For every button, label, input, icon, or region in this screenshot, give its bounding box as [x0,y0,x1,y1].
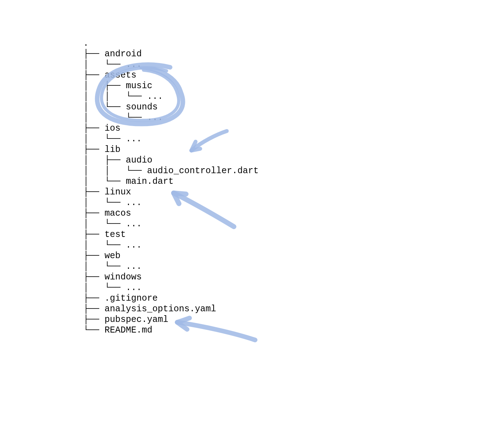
diagram-canvas: . ├── android │ └── ... ├── assets │ ├──… [0,0,489,448]
file-tree: . ├── android │ └── ... ├── assets │ ├──… [83,38,259,336]
